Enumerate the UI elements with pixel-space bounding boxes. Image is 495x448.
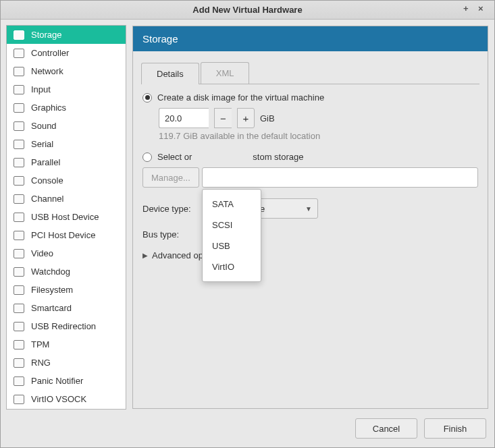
sidebar-item-label: Input: [31, 84, 51, 94]
sidebar-item-usb-host-device[interactable]: USB Host Device: [7, 208, 126, 226]
tab-details[interactable]: Details: [141, 63, 199, 84]
sidebar-item-storage[interactable]: Storage: [7, 26, 126, 44]
chevron-down-icon: ▼: [305, 205, 312, 213]
sidebar-item-label: Parallel: [31, 157, 60, 167]
sidebar-item-label: PCI Host Device: [31, 230, 95, 240]
chevron-right-icon: ▶: [142, 252, 148, 259]
cancel-button[interactable]: Cancel: [355, 418, 417, 439]
sidebar-item-rng[interactable]: RNG: [7, 354, 126, 372]
category-icon: [14, 103, 24, 113]
category-icon: [14, 49, 24, 58]
sidebar-item-label: Panic Notifier: [31, 376, 83, 386]
sidebar-item-label: Graphics: [31, 103, 66, 113]
sidebar-item-label: Serial: [31, 139, 53, 149]
spin-up-button[interactable]: +: [237, 108, 255, 128]
bus-type-label: Bus type:: [142, 229, 203, 240]
titlebar: Add New Virtual Hardware + ×: [1, 1, 494, 20]
sidebar-item-serial[interactable]: Serial: [7, 135, 126, 153]
category-icon: [14, 85, 24, 94]
spin-down-button[interactable]: −: [214, 108, 232, 128]
page-body: Details XML Create a disk image for the …: [132, 51, 488, 409]
sidebar-item-virtio-vsock[interactable]: VirtIO VSOCK: [7, 390, 126, 408]
radio-icon: [142, 93, 152, 103]
window-title: Add New Virtual Hardware: [192, 5, 302, 15]
sidebar-item-console[interactable]: Console: [7, 171, 126, 190]
sidebar-item-sound[interactable]: Sound: [7, 117, 126, 135]
sidebar-item-label: Console: [31, 175, 63, 186]
bus-option-scsi[interactable]: SCSI: [203, 215, 261, 235]
radio-create-label: Create a disk image for the virtual mach…: [157, 92, 324, 103]
tabs: Details XML: [141, 62, 479, 84]
sidebar-item-smartcard[interactable]: Smartcard: [7, 299, 126, 317]
advanced-options-expander[interactable]: ▶ Advanced options: [142, 250, 478, 260]
sidebar-item-tpm[interactable]: TPM: [7, 335, 126, 354]
radio-custom-label-left: Select or: [157, 152, 192, 162]
category-icon: [14, 322, 24, 331]
category-icon: [14, 376, 24, 386]
category-icon: [14, 249, 24, 258]
close-icon[interactable]: ×: [478, 5, 486, 13]
category-icon: [14, 213, 24, 222]
sidebar-item-label: Storage: [31, 30, 62, 40]
bus-option-usb[interactable]: USB: [203, 235, 261, 256]
sidebar-item-label: VirtIO VSOCK: [31, 394, 86, 404]
sidebar-item-filesystem[interactable]: Filesystem: [7, 281, 126, 299]
sidebar-item-label: Watchdog: [31, 267, 70, 277]
bus-option-sata[interactable]: SATA: [203, 194, 261, 215]
category-icon: [14, 140, 24, 149]
sidebar-item-label: Smartcard: [31, 303, 72, 313]
sidebar-item-label: Channel: [31, 194, 63, 204]
category-icon: [14, 158, 24, 167]
sidebar-item-label: Network: [31, 66, 63, 76]
category-icon: [14, 340, 24, 349]
sidebar-item-pci-host-device[interactable]: PCI Host Device: [7, 226, 126, 244]
available-hint: 119.7 GiB available in the default locat…: [159, 131, 478, 141]
manage-button[interactable]: Manage...: [142, 167, 199, 188]
bus-option-virtio[interactable]: VirtIO: [203, 256, 261, 277]
tab-xml[interactable]: XML: [201, 62, 250, 84]
category-icon: [14, 30, 24, 40]
sidebar-item-label: RNG: [31, 358, 51, 368]
sidebar-item-input[interactable]: Input: [7, 80, 126, 99]
sidebar-item-panic-notifier[interactable]: Panic Notifier: [7, 372, 126, 390]
sidebar-item-label: USB Redirection: [31, 321, 96, 331]
sidebar-item-label: Controller: [31, 48, 69, 58]
category-icon: [14, 285, 24, 295]
sidebar-item-video[interactable]: Video: [7, 244, 126, 262]
category-icon: [14, 395, 24, 404]
category-icon: [14, 194, 24, 204]
category-icon: [14, 267, 24, 277]
radio-icon: [142, 152, 152, 162]
radio-create-disk[interactable]: Create a disk image for the virtual mach…: [142, 92, 478, 103]
sidebar-item-label: USB Host Device: [31, 212, 99, 222]
minimize-icon[interactable]: +: [463, 5, 471, 13]
finish-button[interactable]: Finish: [424, 418, 486, 439]
sidebar-item-label: Video: [31, 248, 53, 258]
category-icon: [14, 304, 24, 313]
content-panel: Storage Details XML Create a disk image …: [132, 25, 489, 410]
sidebar-item-network[interactable]: Network: [7, 62, 126, 80]
sidebar-item-controller[interactable]: Controller: [7, 44, 126, 62]
add-hardware-window: Add New Virtual Hardware + × StorageCont…: [0, 0, 495, 448]
sidebar-item-label: Sound: [31, 121, 57, 131]
disk-unit: GiB: [260, 113, 275, 123]
category-icon: [14, 67, 24, 76]
sidebar-item-label: TPM: [31, 339, 49, 349]
sidebar-item-channel[interactable]: Channel: [7, 190, 126, 208]
category-icon: [14, 231, 24, 240]
category-icon: [14, 176, 24, 186]
sidebar-item-graphics[interactable]: Graphics: [7, 99, 126, 117]
sidebar-item-watchdog[interactable]: Watchdog: [7, 262, 126, 281]
disk-size-input[interactable]: [159, 108, 209, 128]
sidebar-item-usb-redirection[interactable]: USB Redirection: [7, 317, 126, 335]
sidebar-item-parallel[interactable]: Parallel: [7, 153, 126, 171]
radio-custom-storage[interactable]: Select or stom storage: [142, 152, 478, 162]
dialog-footer: Cancel Finish: [6, 415, 489, 442]
radio-custom-label-right: stom storage: [253, 152, 303, 162]
storage-path-input[interactable]: [202, 167, 478, 188]
bus-type-dropdown: SATASCSIUSBVirtIO: [202, 189, 261, 282]
device-type-label: Device type:: [142, 204, 203, 214]
disk-size-spinner: − + GiB: [159, 108, 478, 128]
sidebar-item-label: Filesystem: [31, 285, 73, 295]
page-title: Storage: [132, 26, 488, 51]
